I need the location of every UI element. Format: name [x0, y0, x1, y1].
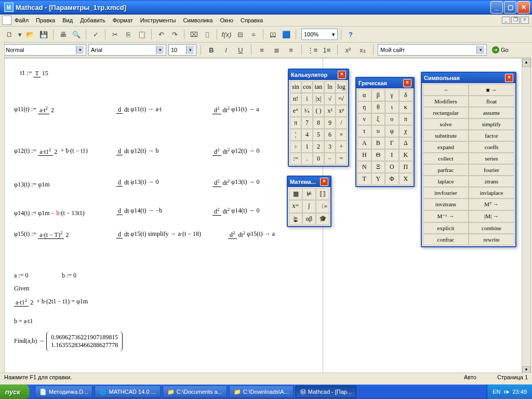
- palette-cell[interactable]: Η: [357, 149, 371, 161]
- eq-d2phi13[interactable]: d2dt2φ13(t) → 0: [212, 178, 260, 187]
- eq-d2phi11[interactable]: d2dt2φ11(t) → a: [212, 105, 259, 114]
- print-button[interactable]: 🖶: [57, 28, 69, 41]
- palette-cell[interactable]: assume: [469, 107, 514, 118]
- palette-cell[interactable]: ▦: [289, 188, 302, 200]
- italic-button[interactable]: I: [220, 44, 232, 56]
- menu-insert[interactable]: Добавить: [80, 17, 105, 23]
- palette-cell[interactable]: 4: [301, 129, 313, 141]
- cut-button[interactable]: ✂: [109, 28, 121, 41]
- math-close[interactable]: ×: [320, 178, 328, 186]
- task-3[interactable]: 📁 C:\Downloads\A...: [229, 385, 294, 398]
- new-arrow[interactable]: ▾: [17, 28, 23, 41]
- zoom-combo[interactable]: 100%▾: [301, 29, 338, 40]
- palette-cell[interactable]: √: [324, 93, 336, 105]
- palette-cell[interactable]: Υ: [371, 173, 385, 185]
- palette-cell[interactable]: ⊭: [302, 188, 316, 200]
- task-0[interactable]: 📄 Методичка.D...: [35, 385, 92, 398]
- palette-cell[interactable]: φ: [385, 125, 399, 137]
- palette-cell[interactable]: 🎓: [316, 213, 329, 225]
- palette-cell[interactable]: π: [290, 117, 301, 129]
- palette-cell[interactable]: M⁻¹ →: [423, 210, 469, 222]
- palette-cell[interactable]: ξ: [371, 113, 385, 125]
- palette-cell[interactable]: κ: [399, 101, 413, 113]
- palette-cell[interactable]: 0: [313, 153, 324, 165]
- mdi-close[interactable]: ×: [521, 17, 529, 24]
- palette-cell[interactable]: Θ: [371, 149, 385, 161]
- start-button[interactable]: пуск: [0, 384, 30, 399]
- menu-tools[interactable]: Инструменты: [140, 17, 176, 23]
- underline-button[interactable]: U: [234, 44, 247, 56]
- palette-cell[interactable]: invfourier: [423, 187, 469, 198]
- palette-cell[interactable]: coeffs: [469, 141, 514, 153]
- menu-view[interactable]: Вид: [62, 17, 73, 23]
- open-button[interactable]: 📂: [24, 28, 36, 41]
- menu-format[interactable]: Формат: [113, 17, 133, 23]
- site-combo[interactable]: Мой сайт▾: [378, 44, 487, 56]
- help-button[interactable]: ?: [344, 28, 357, 41]
- greek-palette[interactable]: Греческая× αβγδηθικνξοπτυφχΑΒΓΔΗΘΙΚΝΞΟΠΤ…: [355, 77, 415, 187]
- eq-t1[interactable]: t1 := T15: [20, 69, 50, 77]
- task-2[interactable]: 📁 C:\Documents a...: [163, 385, 227, 398]
- palette-cell[interactable]: Ν: [357, 161, 371, 173]
- palette-cell[interactable]: ι: [385, 101, 399, 113]
- region-button[interactable]: 🟦: [280, 28, 292, 41]
- palette-cell[interactable]: factor: [469, 130, 514, 141]
- palette-cell[interactable]: xʸ: [336, 105, 347, 117]
- palette-cell[interactable]: η: [357, 101, 371, 113]
- spell-button[interactable]: ✓: [89, 28, 102, 41]
- task-4[interactable]: Ⓜ Mathcad - [Пар...: [296, 385, 356, 398]
- palette-cell[interactable]: fourier: [469, 164, 514, 176]
- preview-button[interactable]: 🔍: [70, 28, 83, 41]
- palette-cell[interactable]: |M| →: [469, 210, 514, 222]
- palette-cell[interactable]: combine: [469, 222, 514, 234]
- palette-cell[interactable]: Β: [371, 137, 385, 149]
- eq-b[interactable]: b = a·t1: [14, 317, 33, 325]
- palette-cell[interactable]: Κ: [399, 149, 413, 161]
- palette-cell[interactable]: ×: [336, 129, 347, 141]
- palette-cell[interactable]: x=: [289, 200, 302, 213]
- palette-cell[interactable]: substitute: [423, 130, 469, 141]
- save-button[interactable]: 💾: [37, 28, 50, 41]
- palette-cell[interactable]: 2: [313, 141, 324, 153]
- palette-cell[interactable]: ο: [385, 113, 399, 125]
- palette-cell[interactable]: x²: [324, 105, 336, 117]
- vertical-scrollbar[interactable]: ▲ ▼: [522, 58, 531, 375]
- eq-b0[interactable]: b := 0: [62, 272, 76, 280]
- palette-cell[interactable]: =: [336, 153, 347, 165]
- palette-cell[interactable]: 9: [324, 117, 336, 129]
- palette-cell[interactable]: simplify: [469, 118, 514, 130]
- paste-button[interactable]: 📋: [136, 28, 148, 41]
- palette-cell[interactable]: 6: [324, 129, 336, 141]
- bullets-button[interactable]: ⋮≡: [306, 44, 318, 56]
- palette-cell[interactable]: 8: [313, 117, 324, 129]
- eq-a0[interactable]: a := 0: [14, 272, 28, 280]
- sym-close[interactable]: ×: [505, 74, 513, 82]
- palette-cell[interactable]: →: [423, 84, 469, 96]
- menu-symbolic[interactable]: Символика: [183, 17, 212, 23]
- align-right-button[interactable]: ≡: [285, 44, 297, 56]
- palette-cell[interactable]: collect: [423, 153, 469, 164]
- copy-button[interactable]: ⎘: [122, 28, 135, 41]
- eq-phi14[interactable]: φ14(t) := φ1m − b·(t − 13t1): [14, 209, 85, 217]
- palette-cell[interactable]: confrac: [423, 234, 469, 245]
- eq-dphi11[interactable]: ddtφ11(t) → a·t: [116, 105, 162, 114]
- eq-phi13[interactable]: φ13(t) := φ1m: [14, 181, 50, 189]
- palette-cell[interactable]: ln: [324, 81, 336, 93]
- palette-cell[interactable]: invlaplace: [469, 187, 514, 198]
- palette-cell[interactable]: Α: [357, 137, 371, 149]
- palette-cell[interactable]: sin: [290, 81, 301, 93]
- palette-cell[interactable]: θ: [371, 101, 385, 113]
- numbers-button[interactable]: 1≡: [321, 44, 333, 56]
- palette-cell[interactable]: ⁿ√: [336, 93, 347, 105]
- palette-cell[interactable]: +: [336, 141, 347, 153]
- palette-cell[interactable]: τ: [357, 125, 371, 137]
- calc-close[interactable]: ×: [338, 71, 346, 79]
- symbolic-palette[interactable]: Символьная× →■ →Modifiersfloatrectangula…: [421, 72, 516, 247]
- eq-find[interactable]: Find(a,b) → 0.969627362219071898151.1635…: [14, 331, 123, 351]
- palette-cell[interactable]: ⪺: [289, 213, 302, 225]
- eq-phi11[interactable]: φ11(t) := a·t22: [14, 105, 56, 114]
- eq-dphi13[interactable]: ddtφ13(t) → 0: [116, 178, 159, 187]
- palette-cell[interactable]: ¦: [290, 129, 301, 141]
- palette-cell[interactable]: .: [301, 153, 313, 165]
- palette-cell[interactable]: series: [469, 153, 514, 164]
